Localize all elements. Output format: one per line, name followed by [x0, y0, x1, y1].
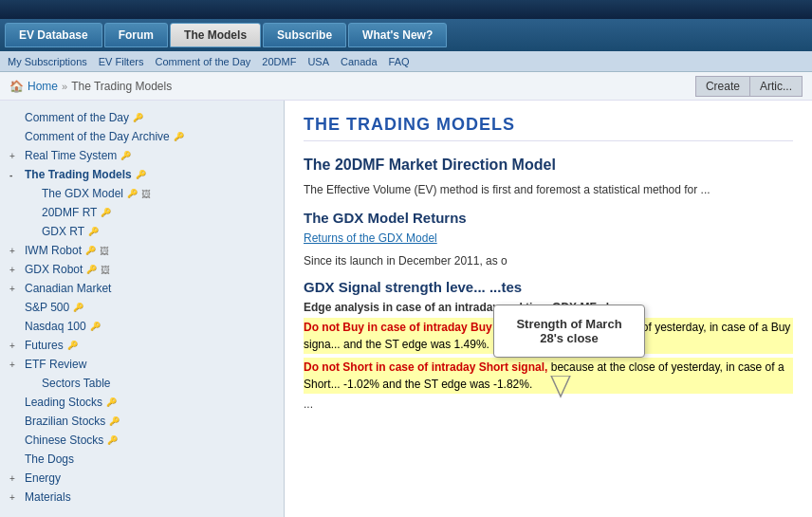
breadcrumb-sep: » [62, 81, 67, 92]
sidebar-item-etf-review[interactable]: + ETF Review [0, 355, 284, 374]
key-icon: 🔑 [85, 246, 96, 255]
sidebar-item-leading-stocks[interactable]: Leading Stocks 🔑 [0, 393, 284, 412]
sidebar-label: Real Time System [25, 149, 117, 162]
sidebar-label: 20DMF RT [42, 206, 97, 219]
section1-desc: The Effective Volume (EV) method is firs… [304, 181, 793, 198]
key-icon: 🔑 [136, 170, 146, 179]
expand-plus-icon: + [9, 492, 21, 503]
sidebar-label: The GDX Model [42, 187, 123, 200]
sidebar-label: GDX Robot [25, 263, 83, 276]
sidebar-label: Sectors Table [42, 377, 111, 390]
sidebar-label: Chinese Stocks [25, 434, 103, 447]
image-icon: 🖼 [100, 246, 109, 256]
sub-nav-comment-of-the-day[interactable]: Comment of the Day [155, 56, 250, 67]
ellipsis: ... [304, 397, 793, 411]
sidebar-item-futures[interactable]: + Futures 🔑 [0, 336, 284, 355]
section2-link[interactable]: Returns of the GDX Model [304, 231, 793, 245]
expand-plus-icon: + [9, 265, 21, 275]
sidebar-item-gdx-rt[interactable]: GDX RT 🔑 [0, 222, 284, 241]
top-right-buttons: Create Artic... [695, 76, 803, 97]
sidebar-label: S&P 500 [25, 301, 69, 314]
expand-plus-icon: + [9, 284, 21, 294]
key-icon: 🔑 [174, 132, 184, 141]
sidebar-label: Nasdaq 100 [25, 320, 86, 333]
main-layout: Comment of the Day 🔑 Comment of the Day … [0, 101, 812, 517]
sidebar-item-the-dogs[interactable]: The Dogs [0, 450, 284, 469]
sidebar-item-chinese-stocks[interactable]: Chinese Stocks 🔑 [0, 431, 284, 450]
sub-nav-20dmf[interactable]: 20DMF [262, 56, 296, 67]
article-button[interactable]: Artic... [750, 76, 803, 97]
sidebar-item-sp500[interactable]: S&P 500 🔑 [0, 298, 284, 317]
sidebar-item-gdx-robot[interactable]: + GDX Robot 🔑 🖼 [0, 260, 284, 279]
expand-plus-icon: + [9, 473, 21, 484]
sidebar-item-comment-of-the-day[interactable]: Comment of the Day 🔑 [0, 108, 284, 127]
section1-title: The 20DMF Market Direction Model [304, 157, 793, 174]
page-title: THE TRADING MODELS [304, 115, 793, 141]
key-icon: 🔑 [109, 416, 120, 426]
key-icon: 🔑 [101, 208, 111, 217]
expand-plus-icon: + [9, 341, 21, 351]
home-link[interactable]: Home [28, 80, 58, 93]
key-icon: 🔑 [67, 341, 78, 350]
sub-nav-canada[interactable]: Canada [341, 56, 378, 67]
key-icon: 🔑 [107, 435, 118, 445]
sidebar-item-energy[interactable]: + Energy [0, 469, 284, 488]
sub-nav-my-subscriptions[interactable]: My Subscriptions [8, 56, 87, 67]
home-icon: 🏠 [9, 80, 24, 93]
section2-title: The GDX Model Returns [304, 210, 793, 226]
gdx-signal-title: GDX Signal strength leve... ...tes [304, 279, 793, 295]
nav-tab-the-models[interactable]: The Models [170, 23, 261, 47]
sidebar-item-sectors-table[interactable]: Sectors Table [0, 374, 284, 393]
breadcrumb-current: The Trading Models [71, 80, 172, 93]
key-icon: 🔑 [106, 397, 117, 407]
image-icon: 🖼 [101, 265, 110, 275]
key-icon: 🔑 [120, 151, 131, 160]
sidebar-item-20dmf-rt[interactable]: 20DMF RT 🔑 [0, 203, 284, 222]
sidebar-label: Brazilian Stocks [25, 415, 105, 428]
sidebar-item-trading-models[interactable]: - The Trading Models 🔑 [0, 165, 284, 184]
sub-nav-faq[interactable]: FAQ [389, 56, 410, 67]
sidebar-item-nasdaq100[interactable]: Nasdaq 100 🔑 [0, 317, 284, 336]
nav-tab-whats-new[interactable]: What's New? [348, 23, 447, 47]
sidebar-label: The Dogs [25, 452, 74, 466]
breadcrumb: 🏠 Home » The Trading Models [9, 80, 695, 93]
nav-tab-ev-database[interactable]: EV Database [5, 23, 102, 47]
sub-nav: My Subscriptions EV Filters Comment of t… [0, 51, 812, 72]
expand-minus-icon: - [9, 170, 21, 180]
sidebar-label: Comment of the Day Archive [25, 130, 170, 143]
key-icon: 🔑 [86, 265, 97, 274]
sidebar-item-materials[interactable]: + Materials [0, 488, 284, 507]
sub-nav-usa[interactable]: USA [307, 56, 329, 67]
key-icon: 🔑 [88, 227, 99, 236]
top-banner [0, 0, 812, 19]
create-button[interactable]: Create [695, 76, 750, 97]
callout-tooltip: Strength of March 28's close [493, 305, 645, 358]
content-area: THE TRADING MODELS The 20DMF Market Dire… [285, 101, 812, 517]
sidebar-item-real-time-system[interactable]: + Real Time System 🔑 [0, 146, 284, 165]
sidebar-label: Materials [25, 490, 71, 504]
sidebar-label: Canadian Market [25, 282, 111, 295]
nav-tab-subscribe[interactable]: Subscribe [263, 23, 346, 47]
sub-nav-ev-filters[interactable]: EV Filters [99, 56, 144, 67]
sidebar-item-canadian-market[interactable]: + Canadian Market [0, 279, 284, 298]
key-icon: 🔑 [90, 322, 101, 331]
sidebar-item-brazilian-stocks[interactable]: Brazilian Stocks 🔑 [0, 412, 284, 431]
sidebar-label: IWM Robot [25, 244, 82, 257]
key-icon: 🔑 [133, 113, 143, 122]
key-icon: 🔑 [127, 189, 138, 198]
sidebar-item-comment-archive[interactable]: Comment of the Day Archive 🔑 [0, 127, 284, 146]
highlight2-start: Do not Short in case of intraday Short s… [304, 360, 547, 374]
sidebar-label: The Trading Models [25, 168, 132, 181]
expand-plus-icon: + [9, 151, 21, 161]
sidebar-label: GDX RT [42, 225, 84, 238]
sidebar-label: Energy [25, 471, 61, 485]
image-icon: 🖼 [141, 189, 151, 199]
sidebar-item-gdx-model[interactable]: The GDX Model 🔑 🖼 [0, 184, 284, 203]
callout-text: Strength of March 28's close [516, 317, 621, 345]
sidebar-item-iwm-robot[interactable]: + IWM Robot 🔑 🖼 [0, 241, 284, 260]
nav-tab-forum[interactable]: Forum [104, 23, 168, 47]
section2-body: Since its launch in December 2011, as o [304, 252, 793, 269]
key-icon: 🔑 [73, 303, 83, 312]
sidebar: Comment of the Day 🔑 Comment of the Day … [0, 101, 285, 517]
sidebar-label: Comment of the Day [25, 111, 129, 124]
